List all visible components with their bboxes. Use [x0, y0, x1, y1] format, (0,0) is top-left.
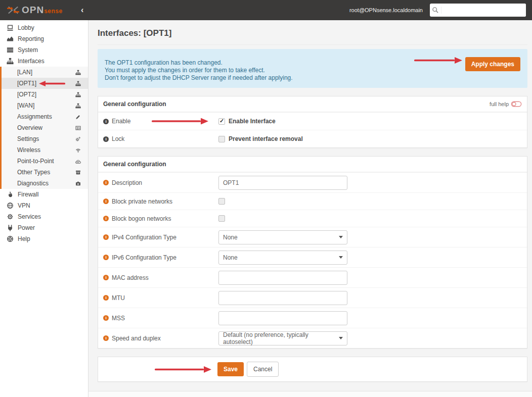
field-label: MTU	[112, 294, 125, 302]
sidebar-item-other-types[interactable]: Other Types	[2, 167, 88, 178]
sidebar-item-diagnostics[interactable]: Diagnostics	[2, 178, 88, 189]
top-bar: OPNsense ‹ root@OPNsense.localdomain	[0, 0, 532, 20]
sidebar-collapse-button[interactable]: ‹	[76, 6, 88, 15]
list-icon	[6, 46, 14, 54]
sidebar-item-label: Assignments	[17, 113, 52, 120]
field-label: Lock	[112, 135, 124, 142]
sidebar-item-label: Services	[18, 213, 41, 220]
general-configuration-panel-2: General configuration iDescription iBloc…	[98, 156, 527, 349]
sidebar-item-label: System	[18, 46, 38, 54]
sidebar-item-settings[interactable]: Settings	[2, 133, 88, 144]
sidebar-item-label: Point-to-Point	[17, 158, 54, 165]
sidebar-item-assignments[interactable]: Assignments	[2, 111, 88, 122]
ipv6-config-select[interactable]: None	[218, 251, 347, 265]
brand-prefix: OPN	[22, 5, 44, 16]
sidebar-item-lan[interactable]: [LAN]	[2, 67, 88, 78]
select-value: None	[223, 234, 238, 241]
sidebar-item-overview[interactable]: Overview	[2, 122, 88, 133]
description-input[interactable]	[218, 176, 347, 190]
sidebar-item-vpn[interactable]: VPN	[0, 200, 88, 211]
cancel-button[interactable]: Cancel	[247, 362, 279, 377]
sidebar-item-label: Help	[18, 235, 30, 242]
sidebar-item-firewall[interactable]: Firewall	[0, 189, 88, 200]
info-icon: i	[103, 255, 109, 260]
sidebar-item-services[interactable]: Services	[0, 211, 88, 222]
annotation-arrow-apply	[414, 57, 462, 64]
sidebar-item-label: [OPT1]	[17, 80, 36, 87]
form-row-lock: iLock Prevent interface removal	[98, 130, 527, 147]
sidebar-item-label: [OPT2]	[17, 91, 36, 98]
form-row-ipv4-type: iIPv4 Configuration Type None	[98, 227, 527, 247]
mss-input[interactable]	[218, 311, 347, 325]
sidebar-item-system[interactable]: System	[0, 44, 88, 56]
block-private-checkbox[interactable]	[218, 198, 225, 205]
sidebar-item-help[interactable]: Help	[0, 233, 88, 244]
form-row-speed-duplex: iSpeed and duplex Default (no preference…	[98, 328, 527, 348]
full-help-label: full help	[490, 101, 509, 107]
wifi-icon	[75, 147, 81, 153]
field-label: Description	[112, 179, 142, 186]
caret-down-icon	[339, 337, 343, 339]
field-label: Enable	[112, 118, 130, 125]
save-button[interactable]: Save	[217, 362, 244, 376]
sidebar-item-reporting[interactable]: Reporting	[0, 33, 88, 44]
info-icon: i	[103, 315, 109, 321]
ipv4-config-select[interactable]: None	[218, 230, 347, 244]
info-icon: i	[103, 335, 109, 341]
interfaces-submenu: [LAN] [OPT1] [OPT2] [WAN] Assignments	[0, 67, 88, 189]
select-value: Default (no preference, typically autose…	[223, 331, 339, 345]
sitemap-icon	[6, 58, 14, 65]
caret-down-icon	[339, 256, 343, 259]
form-row-mss: iMSS	[98, 308, 527, 328]
life-ring-icon	[6, 235, 14, 242]
enable-interface-checkbox[interactable]	[218, 118, 225, 125]
gear-icon	[6, 213, 14, 220]
apply-changes-button[interactable]: Apply changes	[465, 57, 520, 71]
sidebar-item-opt2[interactable]: [OPT2]	[2, 89, 88, 100]
logo-icon	[7, 6, 19, 15]
search-input[interactable]	[441, 4, 526, 17]
sidebar-item-lobby[interactable]: Lobby	[0, 22, 88, 33]
sidebar-item-label: Power	[18, 224, 35, 231]
sidebar-item-label: Diagnostics	[17, 180, 49, 187]
prevent-removal-checkbox[interactable]	[218, 136, 225, 142]
sidebar-item-label: Settings	[17, 135, 39, 142]
sidebar-item-opt1[interactable]: [OPT1]	[2, 78, 88, 89]
fire-icon	[6, 191, 14, 198]
archive-icon	[75, 170, 81, 175]
info-icon: i	[103, 295, 109, 301]
form-row-mac: iMAC address	[98, 267, 527, 287]
field-label: IPv4 Configuration Type	[112, 234, 176, 241]
alert-line: The OPT1 configuration has been changed.	[105, 59, 414, 67]
form-row-block-bogon: iBlock bogon networks	[98, 210, 527, 227]
config-changed-alert: The OPT1 configuration has been changed.…	[98, 49, 527, 88]
sidebar-item-label: Reporting	[18, 35, 44, 42]
logged-in-user[interactable]: root@OPNsense.localdomain	[349, 7, 423, 13]
mtu-input[interactable]	[218, 291, 347, 305]
sidebar-item-power[interactable]: Power	[0, 222, 88, 233]
modem-icon	[75, 159, 81, 164]
brand-suffix: sense	[44, 8, 63, 15]
caret-down-icon	[339, 236, 343, 238]
opnsense-logo[interactable]: OPNsense	[0, 5, 76, 16]
main-content: Interfaces: [OPT1] The OPT1 configuratio…	[88, 20, 532, 397]
alert-line: Don't forget to adjust the DHCP Server r…	[105, 74, 414, 82]
form-row-enable: iEnable Enable Interface	[98, 112, 527, 130]
page-title: Interfaces: [OPT1]	[98, 28, 527, 38]
checkbox-label: Prevent interface removal	[229, 135, 303, 142]
full-help-toggle[interactable]: full help	[490, 101, 522, 108]
speed-duplex-select[interactable]: Default (no preference, typically autose…	[218, 331, 347, 345]
block-bogon-checkbox[interactable]	[218, 215, 225, 222]
field-label: Speed and duplex	[112, 335, 161, 342]
sidebar-item-wan[interactable]: [WAN]	[2, 100, 88, 111]
sidebar-item-point-to-point[interactable]: Point-to-Point	[2, 156, 88, 167]
sidebar-item-wireless[interactable]: Wireless	[2, 144, 88, 156]
mac-address-input[interactable]	[218, 271, 347, 285]
sidebar-item-interfaces[interactable]: Interfaces	[0, 56, 88, 67]
panel-title: General configuration	[103, 101, 166, 108]
sidebar-item-label: Lobby	[18, 24, 34, 31]
sidebar-item-label: Interfaces	[18, 58, 45, 65]
area-chart-icon	[6, 35, 14, 42]
page-footer: OPNsense (c) 2014-2019 Deciso B.V.	[88, 391, 532, 397]
select-value: None	[223, 254, 238, 261]
